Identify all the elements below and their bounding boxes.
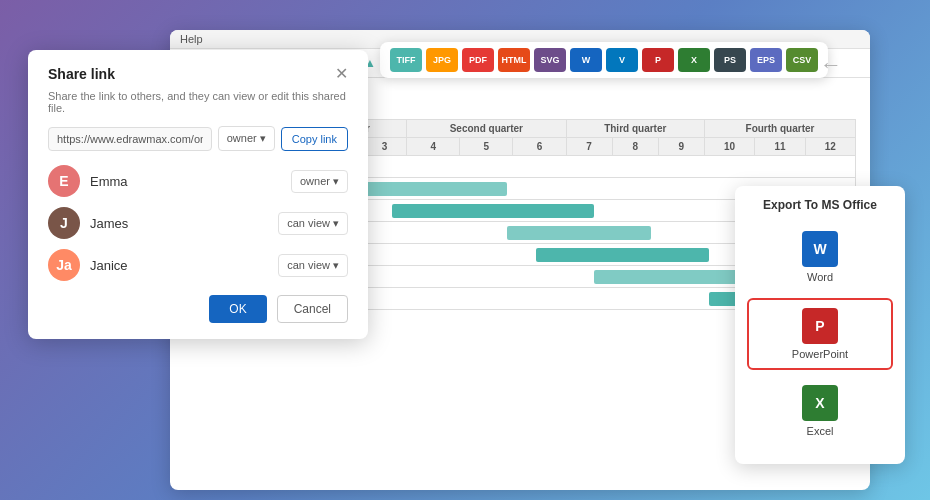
gantt-bar	[507, 226, 651, 240]
export-word-item[interactable]: W Word	[747, 222, 893, 292]
close-icon[interactable]: ✕	[335, 66, 348, 82]
jpg-badge[interactable]: JPG	[426, 48, 458, 72]
export-panel-title: Export To MS Office	[747, 198, 893, 212]
excel-export-label: Excel	[807, 425, 834, 437]
m4: 4	[407, 138, 460, 156]
excel-badge[interactable]: X	[678, 48, 710, 72]
dialog-title: Share link	[48, 66, 115, 82]
user-row-janice: Ja Janice can view ▾	[48, 249, 348, 281]
m6: 6	[513, 138, 566, 156]
link-row: owner ▾ Copy link	[48, 126, 348, 151]
share-dialog: Share link ✕ Share the link to others, a…	[28, 50, 368, 339]
link-input[interactable]	[48, 127, 212, 151]
q2-header: Second quarter	[407, 120, 566, 138]
m3: 3	[363, 138, 407, 156]
format-toolbar: TIFF JPG PDF HTML SVG W V P X PS EPS CSV	[380, 42, 828, 78]
m12: 12	[805, 138, 855, 156]
q3-header: Third quarter	[566, 120, 704, 138]
excel-export-icon: X	[802, 385, 838, 421]
m11: 11	[755, 138, 805, 156]
ok-button[interactable]: OK	[209, 295, 266, 323]
user-row-emma: E Emma owner ▾	[48, 165, 348, 197]
m7: 7	[566, 138, 612, 156]
q4-header: Fourth quarter	[704, 120, 855, 138]
user-name-james: James	[90, 216, 268, 231]
ppt-export-label: PowerPoint	[792, 348, 848, 360]
dialog-header: Share link ✕	[48, 66, 348, 82]
avatar-janice: Ja	[48, 249, 80, 281]
dialog-footer: OK Cancel	[48, 295, 348, 323]
role-dropdown-janice[interactable]: can view ▾	[278, 254, 348, 277]
dialog-subtitle: Share the link to others, and they can v…	[48, 90, 348, 114]
copy-link-button[interactable]: Copy link	[281, 127, 348, 151]
ppt-badge[interactable]: P	[642, 48, 674, 72]
m5: 5	[460, 138, 513, 156]
export-excel-item[interactable]: X Excel	[747, 376, 893, 446]
tiff-badge[interactable]: TIFF	[390, 48, 422, 72]
avatar-img-emma: E	[48, 165, 80, 197]
user-name-emma: Emma	[90, 174, 281, 189]
csv-badge[interactable]: CSV	[786, 48, 818, 72]
m10: 10	[704, 138, 754, 156]
avatar-img-james: J	[48, 207, 80, 239]
gantt-bar	[392, 204, 594, 218]
export-ppt-item[interactable]: P PowerPoint	[747, 298, 893, 370]
menu-help[interactable]: Help	[180, 33, 203, 45]
cancel-button[interactable]: Cancel	[277, 295, 348, 323]
ppt-export-icon: P	[802, 308, 838, 344]
avatar-img-janice: Ja	[48, 249, 80, 281]
m9: 9	[658, 138, 704, 156]
user-name-janice: Janice	[90, 258, 268, 273]
word-export-label: Word	[807, 271, 833, 283]
user-row-james: J James can view ▾	[48, 207, 348, 239]
eps-badge[interactable]: EPS	[750, 48, 782, 72]
export-panel: Export To MS Office W Word P PowerPoint …	[735, 186, 905, 464]
ps-badge[interactable]: PS	[714, 48, 746, 72]
role-dropdown-emma[interactable]: owner ▾	[291, 170, 348, 193]
svg-badge[interactable]: SVG	[534, 48, 566, 72]
arrow-icon: ←	[820, 52, 842, 78]
owner-dropdown[interactable]: owner ▾	[218, 126, 275, 151]
word-export-icon: W	[802, 231, 838, 267]
gantt-bar	[536, 248, 709, 262]
role-dropdown-james[interactable]: can view ▾	[278, 212, 348, 235]
avatar-emma: E	[48, 165, 80, 197]
avatar-james: J	[48, 207, 80, 239]
visio-badge[interactable]: V	[606, 48, 638, 72]
pdf-badge[interactable]: PDF	[462, 48, 494, 72]
word-badge[interactable]: W	[570, 48, 602, 72]
html-badge[interactable]: HTML	[498, 48, 530, 72]
m8: 8	[612, 138, 658, 156]
